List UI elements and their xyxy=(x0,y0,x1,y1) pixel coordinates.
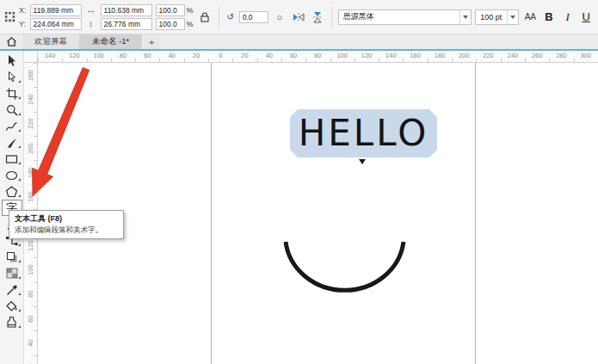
tooltip-description: 添加和编辑段落和美术字。 xyxy=(15,225,118,235)
font-family-combo[interactable]: 思源黑体 xyxy=(338,9,472,25)
ruler-number-slot: 60 xyxy=(24,306,37,330)
ruler-number-slot: 240 xyxy=(24,87,37,111)
document-tab-bar: 欢迎屏幕 未命名 -1* + xyxy=(0,34,598,51)
bold-button[interactable]: B xyxy=(541,9,557,26)
transparency-tool[interactable] xyxy=(2,265,22,281)
pick-tool[interactable] xyxy=(2,52,22,69)
underline-button[interactable]: U xyxy=(578,9,594,26)
ruler-number: 60 xyxy=(27,315,34,322)
polygon-icon xyxy=(5,186,18,198)
ruler-number-slot: 100 xyxy=(24,257,37,281)
lock-icon xyxy=(200,12,209,22)
shape-cursor-icon xyxy=(6,71,18,83)
ruler-number: 20 xyxy=(232,51,256,62)
ruler-number: 160 xyxy=(27,191,34,202)
home-button[interactable] xyxy=(0,34,22,49)
polygon-tool[interactable] xyxy=(2,183,22,200)
property-bar: X: Y: ↔ ↕ % % xyxy=(0,0,598,34)
rectangle-icon xyxy=(5,153,18,165)
ruler-number: 40 xyxy=(27,339,34,346)
interactive-fill-tool[interactable] xyxy=(2,298,22,314)
ink-bottle-icon xyxy=(5,316,18,329)
freehand-tool[interactable] xyxy=(2,118,22,134)
ruler-number-slot: 160 xyxy=(24,184,37,208)
ruler-number: 100 xyxy=(87,51,111,62)
ruler-number: 100 xyxy=(330,51,354,62)
ruler-number: 220 xyxy=(27,118,34,129)
x-label: X: xyxy=(19,4,27,16)
ruler-number: 220 xyxy=(476,51,500,62)
object-width-icon: ↔ xyxy=(85,4,97,16)
font-size-combo[interactable]: 100 pt xyxy=(475,9,519,25)
crop-tool[interactable] xyxy=(2,85,22,102)
ruler-number: 260 xyxy=(27,70,34,81)
object-width-input[interactable] xyxy=(101,4,152,16)
eyedropper-tool[interactable] xyxy=(2,281,22,298)
rotation-angle-input[interactable] xyxy=(239,11,268,23)
text-tool-tooltip: 文本工具 (F8) 添加和编辑段落和美术字。 xyxy=(9,210,124,239)
crop-icon xyxy=(6,88,18,100)
zoom-tool[interactable] xyxy=(2,102,22,118)
ruler-number-slot: 80 xyxy=(24,282,37,306)
ruler-number-slot: 260 xyxy=(24,63,37,87)
ruler-number: 240 xyxy=(501,51,525,62)
ruler-number: 140 xyxy=(379,51,403,62)
y-label: Y: xyxy=(19,18,27,30)
coreldraw-window: X: Y: ↔ ↕ % % xyxy=(0,0,598,364)
rotation-center-button[interactable]: ○ xyxy=(272,9,287,25)
circle-icon: ○ xyxy=(276,12,282,22)
mirror-horizontal-button[interactable] xyxy=(291,9,306,25)
font-size-value: 100 pt xyxy=(480,13,507,22)
mirror-horizontal-icon xyxy=(293,12,305,22)
home-icon xyxy=(6,36,17,47)
italic-button[interactable]: I xyxy=(560,9,576,26)
magnifier-icon xyxy=(6,104,18,116)
toolbox: 字 xyxy=(0,51,24,364)
drop-shadow-tool[interactable] xyxy=(2,249,22,265)
ruler-number-slot: 20 xyxy=(24,355,37,364)
new-document-tab-button[interactable]: + xyxy=(144,34,159,49)
chevron-down-icon xyxy=(507,10,518,24)
position-labels: X: Y: xyxy=(19,4,27,30)
ruler-number: 120 xyxy=(27,240,34,251)
percent-label: % xyxy=(187,6,194,15)
y-position-input[interactable] xyxy=(30,18,82,30)
brush-stroke-icon xyxy=(6,137,18,149)
ellipse-icon xyxy=(5,170,18,182)
ruler-number-slot: 180 xyxy=(24,160,37,184)
artistic-media-tool[interactable] xyxy=(2,134,22,151)
ruler-number: 200 xyxy=(452,51,476,62)
ruler-number: 280 xyxy=(549,51,573,62)
chevron-down-icon xyxy=(459,10,471,24)
mirror-vertical-button[interactable] xyxy=(310,9,325,25)
smart-fill-tool[interactable] xyxy=(2,314,22,330)
ruler-corner[interactable] xyxy=(24,51,38,63)
tab-untitled-document[interactable]: 未命名 -1* xyxy=(80,34,142,49)
shape-tool[interactable] xyxy=(2,69,22,85)
eyedropper-icon xyxy=(6,284,18,296)
ellipse-tool[interactable] xyxy=(2,167,22,183)
rectangle-tool[interactable] xyxy=(2,151,22,167)
ruler-number: 60 xyxy=(135,51,159,62)
scale-horizontal-input[interactable] xyxy=(156,4,185,16)
ruler-number: 80 xyxy=(27,291,34,298)
ruler-number: 300 xyxy=(574,51,598,62)
ruler-number-slot: 220 xyxy=(24,112,37,136)
ruler-number: 180 xyxy=(428,51,452,62)
lock-ratio-button[interactable] xyxy=(197,9,213,25)
object-height-input[interactable] xyxy=(101,18,152,30)
text-properties-button[interactable]: AA xyxy=(522,9,538,26)
ruler-number: 120 xyxy=(62,51,86,62)
horizontal-ruler[interactable]: 1401201008060402002040608010012014016018… xyxy=(38,51,598,63)
ruler-number: 80 xyxy=(111,51,135,62)
mirror-vertical-icon xyxy=(312,11,323,23)
x-position-input[interactable] xyxy=(30,4,82,16)
separator xyxy=(219,6,219,28)
ruler-number: 0 xyxy=(208,51,232,62)
ruler-number: 40 xyxy=(257,51,281,62)
scale-vertical-input[interactable] xyxy=(156,18,185,30)
tab-welcome-screen[interactable]: 欢迎屏幕 xyxy=(22,34,80,49)
percent-label: % xyxy=(187,20,194,28)
ruler-number: 260 xyxy=(525,51,549,62)
checkerboard-icon xyxy=(6,268,18,279)
